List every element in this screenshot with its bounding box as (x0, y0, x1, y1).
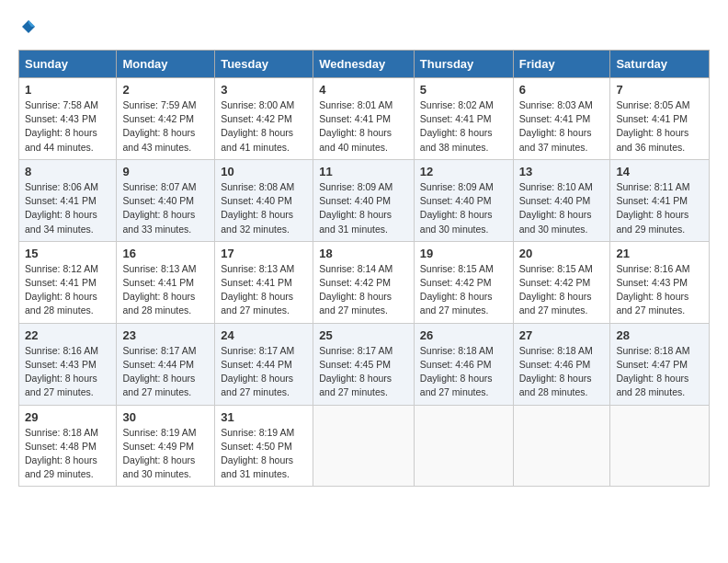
day-cell (610, 405, 710, 487)
day-number: 22 (25, 328, 110, 342)
day-info: Sunrise: 8:05 AM Sunset: 4:41 PM Dayligh… (616, 98, 703, 155)
day-info: Sunrise: 8:18 AM Sunset: 4:46 PM Dayligh… (519, 344, 605, 400)
day-info: Sunrise: 8:18 AM Sunset: 4:46 PM Dayligh… (420, 344, 507, 400)
day-cell: 21Sunrise: 8:16 AM Sunset: 4:43 PM Dayli… (610, 241, 710, 323)
day-cell: 25Sunrise: 8:17 AM Sunset: 4:45 PM Dayli… (313, 323, 415, 405)
day-info: Sunrise: 8:08 AM Sunset: 4:40 PM Dayligh… (221, 180, 307, 236)
day-number: 4 (319, 83, 408, 97)
day-cell: 5Sunrise: 8:02 AM Sunset: 4:41 PM Daylig… (414, 78, 513, 160)
day-info: Sunrise: 8:16 AM Sunset: 4:43 PM Dayligh… (25, 344, 110, 400)
day-info: Sunrise: 8:01 AM Sunset: 4:41 PM Dayligh… (319, 98, 408, 155)
day-cell: 8Sunrise: 8:06 AM Sunset: 4:41 PM Daylig… (19, 159, 117, 241)
day-number: 15 (25, 247, 110, 260)
day-number: 14 (616, 165, 703, 178)
day-cell: 28Sunrise: 8:18 AM Sunset: 4:47 PM Dayli… (610, 323, 710, 405)
day-cell: 17Sunrise: 8:13 AM Sunset: 4:41 PM Dayli… (215, 241, 313, 323)
week-row-4: 22Sunrise: 8:16 AM Sunset: 4:43 PM Dayli… (19, 323, 710, 405)
header (18, 18, 710, 35)
day-number: 13 (519, 165, 605, 178)
day-cell: 26Sunrise: 8:18 AM Sunset: 4:46 PM Dayli… (414, 323, 513, 405)
week-row-5: 29Sunrise: 8:18 AM Sunset: 4:48 PM Dayli… (19, 405, 710, 487)
day-cell: 19Sunrise: 8:15 AM Sunset: 4:42 PM Dayli… (414, 241, 513, 323)
week-row-3: 15Sunrise: 8:12 AM Sunset: 4:41 PM Dayli… (19, 241, 710, 323)
weekday-header-monday: Monday (117, 51, 215, 78)
day-cell: 16Sunrise: 8:13 AM Sunset: 4:41 PM Dayli… (117, 241, 215, 323)
day-number: 26 (420, 328, 507, 342)
day-cell: 3Sunrise: 8:00 AM Sunset: 4:42 PM Daylig… (215, 78, 313, 160)
day-number: 8 (25, 165, 110, 178)
day-number: 17 (221, 247, 307, 260)
day-info: Sunrise: 8:10 AM Sunset: 4:40 PM Dayligh… (519, 180, 605, 236)
day-info: Sunrise: 8:13 AM Sunset: 4:41 PM Dayligh… (221, 262, 307, 318)
day-info: Sunrise: 8:15 AM Sunset: 4:42 PM Dayligh… (420, 262, 507, 318)
day-cell: 14Sunrise: 8:11 AM Sunset: 4:41 PM Dayli… (610, 159, 710, 241)
weekday-header-wednesday: Wednesday (313, 51, 415, 78)
day-cell (313, 405, 415, 487)
day-number: 6 (519, 83, 605, 97)
day-number: 10 (221, 165, 307, 178)
day-cell: 11Sunrise: 8:09 AM Sunset: 4:40 PM Dayli… (313, 159, 415, 241)
day-number: 7 (616, 83, 703, 97)
day-cell: 31Sunrise: 8:19 AM Sunset: 4:50 PM Dayli… (215, 405, 313, 487)
day-info: Sunrise: 8:17 AM Sunset: 4:44 PM Dayligh… (221, 344, 307, 400)
day-cell: 29Sunrise: 8:18 AM Sunset: 4:48 PM Dayli… (19, 405, 117, 487)
day-number: 16 (122, 247, 209, 260)
weekday-header-row: SundayMondayTuesdayWednesdayThursdayFrid… (19, 51, 710, 78)
weekday-header-friday: Friday (513, 51, 610, 78)
day-info: Sunrise: 8:09 AM Sunset: 4:40 PM Dayligh… (420, 180, 507, 236)
day-number: 21 (616, 247, 703, 260)
day-info: Sunrise: 8:18 AM Sunset: 4:48 PM Dayligh… (25, 426, 110, 482)
day-number: 5 (420, 83, 507, 97)
day-cell: 9Sunrise: 8:07 AM Sunset: 4:40 PM Daylig… (117, 159, 215, 241)
day-info: Sunrise: 7:59 AM Sunset: 4:42 PM Dayligh… (122, 98, 209, 155)
day-cell: 10Sunrise: 8:08 AM Sunset: 4:40 PM Dayli… (215, 159, 313, 241)
day-info: Sunrise: 8:00 AM Sunset: 4:42 PM Dayligh… (221, 98, 307, 155)
day-number: 30 (122, 410, 209, 424)
day-info: Sunrise: 8:11 AM Sunset: 4:41 PM Dayligh… (616, 180, 703, 236)
day-cell: 24Sunrise: 8:17 AM Sunset: 4:44 PM Dayli… (215, 323, 313, 405)
day-cell (513, 405, 610, 487)
day-info: Sunrise: 8:12 AM Sunset: 4:41 PM Dayligh… (25, 262, 110, 318)
day-cell: 18Sunrise: 8:14 AM Sunset: 4:42 PM Dayli… (313, 241, 415, 323)
day-cell: 15Sunrise: 8:12 AM Sunset: 4:41 PM Dayli… (19, 241, 117, 323)
day-info: Sunrise: 8:18 AM Sunset: 4:47 PM Dayligh… (616, 344, 703, 400)
week-row-2: 8Sunrise: 8:06 AM Sunset: 4:41 PM Daylig… (19, 159, 710, 241)
day-cell: 7Sunrise: 8:05 AM Sunset: 4:41 PM Daylig… (610, 78, 710, 160)
day-number: 28 (616, 328, 703, 342)
day-cell: 30Sunrise: 8:19 AM Sunset: 4:49 PM Dayli… (117, 405, 215, 487)
day-info: Sunrise: 7:58 AM Sunset: 4:43 PM Dayligh… (25, 98, 110, 155)
day-cell: 6Sunrise: 8:03 AM Sunset: 4:41 PM Daylig… (513, 78, 610, 160)
day-cell: 27Sunrise: 8:18 AM Sunset: 4:46 PM Dayli… (513, 323, 610, 405)
day-info: Sunrise: 8:13 AM Sunset: 4:41 PM Dayligh… (122, 262, 209, 318)
day-number: 31 (221, 410, 307, 424)
day-cell: 1Sunrise: 7:58 AM Sunset: 4:43 PM Daylig… (19, 78, 117, 160)
day-cell: 12Sunrise: 8:09 AM Sunset: 4:40 PM Dayli… (414, 159, 513, 241)
day-info: Sunrise: 8:03 AM Sunset: 4:41 PM Dayligh… (519, 98, 605, 155)
day-info: Sunrise: 8:15 AM Sunset: 4:42 PM Dayligh… (519, 262, 605, 318)
weekday-header-thursday: Thursday (414, 51, 513, 78)
day-cell: 23Sunrise: 8:17 AM Sunset: 4:44 PM Dayli… (117, 323, 215, 405)
day-cell: 22Sunrise: 8:16 AM Sunset: 4:43 PM Dayli… (19, 323, 117, 405)
day-number: 3 (221, 83, 307, 97)
day-number: 11 (319, 165, 408, 178)
day-cell: 20Sunrise: 8:15 AM Sunset: 4:42 PM Dayli… (513, 241, 610, 323)
calendar: SundayMondayTuesdayWednesdayThursdayFrid… (18, 50, 710, 487)
day-info: Sunrise: 8:16 AM Sunset: 4:43 PM Dayligh… (616, 262, 703, 318)
day-info: Sunrise: 8:17 AM Sunset: 4:45 PM Dayligh… (319, 344, 408, 400)
day-number: 24 (221, 328, 307, 342)
day-cell: 2Sunrise: 7:59 AM Sunset: 4:42 PM Daylig… (117, 78, 215, 160)
week-row-1: 1Sunrise: 7:58 AM Sunset: 4:43 PM Daylig… (19, 78, 710, 160)
day-info: Sunrise: 8:07 AM Sunset: 4:40 PM Dayligh… (122, 180, 209, 236)
day-cell: 13Sunrise: 8:10 AM Sunset: 4:40 PM Dayli… (513, 159, 610, 241)
day-info: Sunrise: 8:17 AM Sunset: 4:44 PM Dayligh… (122, 344, 209, 400)
day-info: Sunrise: 8:19 AM Sunset: 4:49 PM Dayligh… (122, 426, 209, 482)
logo-icon (20, 18, 37, 35)
day-number: 2 (122, 83, 209, 97)
day-number: 20 (519, 247, 605, 260)
day-info: Sunrise: 8:02 AM Sunset: 4:41 PM Dayligh… (420, 98, 507, 155)
day-number: 18 (319, 247, 408, 260)
weekday-header-tuesday: Tuesday (215, 51, 313, 78)
day-number: 1 (25, 83, 110, 97)
weekday-header-sunday: Sunday (19, 51, 117, 78)
day-info: Sunrise: 8:09 AM Sunset: 4:40 PM Dayligh… (319, 180, 408, 236)
